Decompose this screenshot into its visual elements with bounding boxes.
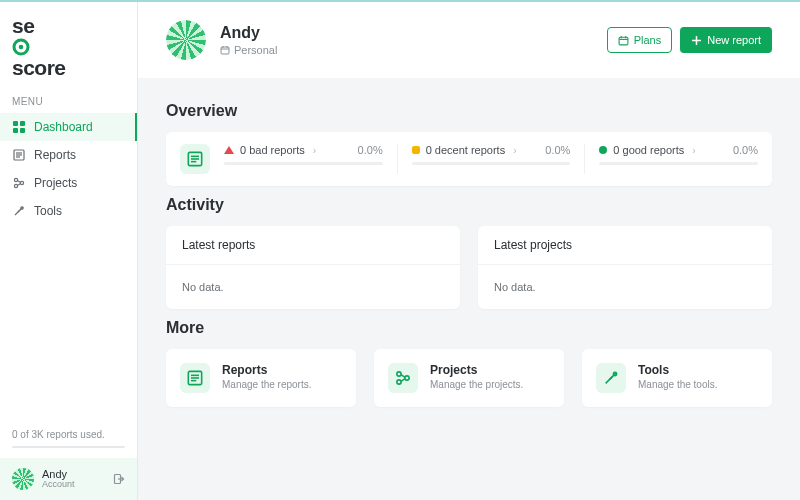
logo-part-score: score — [12, 56, 66, 79]
dashboard-icon — [12, 120, 26, 134]
svg-point-11 — [20, 181, 23, 184]
plus-icon — [691, 35, 702, 46]
svg-rect-3 — [20, 121, 25, 126]
more-card-subtitle: Manage the reports. — [222, 379, 312, 390]
more-card-tools[interactable]: Tools Manage the tools. — [582, 349, 772, 407]
section-title-more: More — [166, 319, 772, 337]
more-card-projects[interactable]: Projects Manage the projects. — [374, 349, 564, 407]
more-card-title: Projects — [430, 363, 523, 377]
sidebar-item-projects[interactable]: Projects — [0, 169, 137, 197]
usage-text: 0 of 3K reports used. — [0, 423, 137, 440]
more-card-subtitle: Manage the tools. — [638, 379, 718, 390]
account-block[interactable]: Andy Account — [0, 458, 137, 500]
card-body: No data. — [478, 265, 772, 309]
latest-reports-card: Latest reports No data. — [166, 226, 460, 309]
progress-bar — [599, 162, 758, 165]
sidebar-item-tools[interactable]: Tools — [0, 197, 137, 225]
avatar-icon — [12, 468, 34, 490]
calendar-icon — [618, 35, 629, 46]
logout-icon[interactable] — [113, 473, 125, 485]
circle-green-icon — [599, 146, 607, 154]
svg-point-38 — [397, 372, 401, 376]
chevron-right-icon: › — [692, 145, 695, 156]
svg-point-10 — [14, 178, 17, 181]
more-card-title: Tools — [638, 363, 718, 377]
reports-icon — [180, 363, 210, 393]
svg-rect-24 — [619, 37, 628, 45]
logo-target-icon — [12, 38, 125, 56]
chevron-right-icon: › — [513, 145, 516, 156]
section-title-activity: Activity — [166, 196, 772, 214]
overview-pct: 0.0% — [733, 144, 758, 156]
svg-rect-5 — [20, 128, 25, 133]
usage-progress-bar — [12, 446, 125, 448]
plans-button[interactable]: Plans — [607, 27, 673, 53]
triangle-red-icon — [224, 146, 234, 154]
projects-icon — [388, 363, 418, 393]
card-body: No data. — [166, 265, 460, 309]
card-title: Latest reports — [166, 226, 460, 265]
svg-point-12 — [14, 184, 17, 187]
square-yellow-icon — [412, 146, 420, 154]
sidebar-item-reports[interactable]: Reports — [0, 141, 137, 169]
overview-pct: 0.0% — [358, 144, 383, 156]
chevron-right-icon: › — [313, 145, 316, 156]
card-title: Latest projects — [478, 226, 772, 265]
report-icon — [180, 144, 210, 174]
sidebar-item-label: Reports — [34, 148, 76, 162]
svg-rect-20 — [221, 47, 229, 54]
overview-panel: 0 bad reports › 0.0% 0 decent reports › … — [166, 132, 772, 186]
svg-line-13 — [18, 181, 21, 183]
main: Andy Personal Plans New report Overview — [138, 2, 800, 500]
logo-part-se: se — [12, 14, 34, 37]
more-card-title: Reports — [222, 363, 312, 377]
new-report-button[interactable]: New report — [680, 27, 772, 53]
tools-icon — [596, 363, 626, 393]
svg-line-14 — [18, 184, 21, 186]
tools-icon — [12, 204, 26, 218]
sidebar-item-label: Tools — [34, 204, 62, 218]
menu-heading: MENU — [0, 86, 137, 113]
progress-bar — [412, 162, 571, 165]
sidebar-item-label: Dashboard — [34, 120, 93, 134]
svg-point-40 — [397, 380, 401, 384]
overview-decent-reports[interactable]: 0 decent reports › 0.0% — [397, 144, 571, 174]
section-title-overview: Overview — [166, 102, 772, 120]
page-subtitle: Personal — [220, 44, 277, 56]
svg-line-42 — [401, 379, 405, 382]
avatar-icon — [166, 20, 206, 60]
svg-rect-2 — [13, 121, 18, 126]
svg-point-39 — [405, 376, 409, 380]
svg-point-1 — [19, 45, 24, 50]
account-role: Account — [42, 480, 75, 490]
header: Andy Personal Plans New report — [138, 2, 800, 78]
calendar-icon — [220, 45, 230, 55]
sidebar-item-label: Projects — [34, 176, 77, 190]
page-title: Andy — [220, 24, 277, 42]
projects-icon — [12, 176, 26, 190]
sidebar: se score MENU Dashboard Reports Projects… — [0, 2, 138, 500]
overview-good-reports[interactable]: 0 good reports › 0.0% — [584, 144, 758, 174]
latest-projects-card: Latest projects No data. — [478, 226, 772, 309]
overview-bad-reports[interactable]: 0 bad reports › 0.0% — [224, 144, 383, 174]
overview-pct: 0.0% — [545, 144, 570, 156]
reports-icon — [12, 148, 26, 162]
sidebar-item-dashboard[interactable]: Dashboard — [0, 113, 137, 141]
menu-list: Dashboard Reports Projects Tools — [0, 113, 137, 225]
more-card-reports[interactable]: Reports Manage the reports. — [166, 349, 356, 407]
more-card-subtitle: Manage the projects. — [430, 379, 523, 390]
svg-line-41 — [401, 375, 405, 378]
logo: se score — [0, 2, 137, 86]
svg-rect-4 — [13, 128, 18, 133]
progress-bar — [224, 162, 383, 165]
